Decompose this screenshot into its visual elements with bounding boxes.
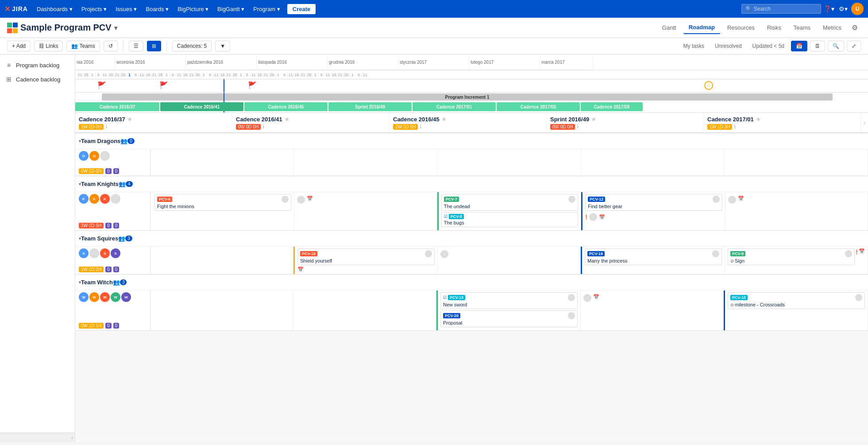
nav-program[interactable]: Program ▾ (250, 4, 283, 14)
col-header-0-star[interactable]: ★ (127, 116, 133, 123)
sidebar-item-cadence-backlog[interactable]: ⊞ Cadence backlog (0, 72, 75, 86)
col-header-1-star[interactable]: ★ (284, 116, 290, 123)
sidebar-item-program-backlog[interactable]: ≡ Program backlog (0, 58, 75, 72)
cadences-button[interactable]: Cadences: 5 (172, 41, 212, 51)
user-avatar[interactable]: U (851, 3, 864, 15)
nav-boards[interactable]: Boards ▾ (142, 4, 172, 14)
task-card-pcv12[interactable]: PCV-12 Find better gear (585, 194, 722, 211)
tab-gantt[interactable]: Gantt (657, 22, 682, 34)
task-name-pcv13: New sword (443, 302, 575, 307)
task-card-pcv13[interactable]: ☑ PCV-13 New sword (440, 292, 578, 309)
col-header-3-star[interactable]: ★ (591, 116, 597, 123)
month-mar2017: marca 2017 (540, 54, 593, 70)
month-sep2016b: września 2016 (115, 54, 186, 70)
task-card[interactable]: PCV-6 Fight the minions (154, 194, 291, 211)
task-card-pcv10[interactable]: PCV-10 ⊘ milestone - Crossroads (728, 292, 865, 309)
nav-issues[interactable]: Issues ▾ (112, 4, 140, 14)
program-title-area: Sample Program PCV ▾ (7, 23, 117, 33)
refresh-button[interactable]: ↺ (104, 41, 118, 51)
milestone-circle-1[interactable]: ○ (704, 81, 713, 90)
create-button[interactable]: Create (287, 4, 316, 14)
teams-button[interactable]: 👥 Teams (66, 41, 100, 51)
sidebar-item-program-backlog-label: Program backlog (16, 62, 59, 69)
team-header-knights[interactable]: ▾ Team Knights 👥 4 (75, 176, 868, 192)
help-button[interactable]: ❓▾ (823, 3, 835, 15)
col-header-3-info[interactable]: ℹ (577, 124, 579, 130)
team-header-dragons[interactable]: ▾ Team Dragons 👥 0 (75, 133, 868, 149)
task-name-pcv20: Proposal (443, 320, 575, 325)
search-input[interactable] (754, 6, 816, 12)
program-increment-bar[interactable]: Program Increment 1 (102, 93, 833, 101)
milestone-flag-2[interactable]: 🚩 (159, 81, 168, 89)
col-header-2-meta: 2W 0D 5H ℹ (393, 124, 543, 130)
cadence-bar-1[interactable]: Cadence 2016/41 (160, 102, 243, 111)
tab-resources[interactable]: Resources (722, 22, 760, 34)
nav-biggantt[interactable]: BigGantt ▾ (214, 4, 248, 14)
add-button[interactable]: + Add (7, 41, 31, 51)
task-avatar (855, 294, 862, 301)
tab-risks[interactable]: Risks (762, 22, 787, 34)
col-header-2-info[interactable]: ℹ (420, 124, 422, 130)
milestone-flag-3[interactable]: 🚩 (248, 81, 257, 89)
team-dragons-col-2 (437, 149, 581, 176)
calendar-alt-button[interactable]: 🗓 (810, 41, 825, 51)
cadence-bar-6[interactable]: Cadence 2017/09 (581, 102, 643, 111)
team-witch-col-2: ☑ PCV-13 New sword PCV-20 (436, 290, 581, 330)
grid-view-button[interactable]: ⊞ (147, 41, 161, 51)
filter-button[interactable]: ▼ (215, 41, 230, 51)
team-squires-people-icon: 👥 (118, 235, 125, 242)
calendar-view-button[interactable]: 📅 (791, 41, 807, 51)
team-dragons-row: D D 0W 0D 0H 0 0 (75, 149, 868, 176)
col-header-4-star[interactable]: ★ (756, 116, 761, 123)
month-dec2016: grudnia 2016 (328, 54, 398, 70)
task-avatar (568, 312, 575, 319)
task-card-pcv8[interactable]: ☑ PCV-8 The bugs (441, 212, 578, 227)
team-squires-count: 3 (125, 236, 132, 241)
cadence-bar-3[interactable]: Sprint 2016/49 (328, 102, 412, 111)
task-avatar (425, 250, 432, 257)
settings-button[interactable]: ⚙▾ (837, 3, 849, 15)
cadence-bar-5[interactable]: Cadence 2017/05 (497, 102, 580, 111)
updated-button[interactable]: Updated < 5d (748, 41, 788, 51)
nav-bigpicture[interactable]: BigPicture ▾ (174, 4, 212, 14)
tab-roadmap[interactable]: Roadmap (683, 21, 720, 34)
cadence-bar-2[interactable]: Cadence 2016/45 (244, 102, 328, 111)
my-tasks-button[interactable]: My tasks (679, 41, 708, 51)
search-timeline-button[interactable]: 🔍 (828, 41, 844, 51)
search-box[interactable]: 🔍 (741, 4, 821, 14)
tab-teams[interactable]: Teams (788, 22, 816, 34)
toolbar-separator-1 (123, 41, 123, 51)
team-witch-name: Team Witch (81, 279, 113, 286)
task-id-pcv16: PCV-16 (300, 251, 317, 256)
expand-button[interactable]: ⤢ (847, 41, 861, 51)
task-card-pcv20[interactable]: PCV-20 Proposal (440, 310, 578, 327)
links-button[interactable]: ⛓ Links (34, 41, 63, 51)
task-card-pcv9[interactable]: PCV-9 ⊘ Sign (728, 248, 855, 265)
tab-metrics[interactable]: Metrics (818, 22, 847, 34)
milestone-flag-1[interactable]: 🚩 (97, 81, 106, 89)
team-header-squires[interactable]: ▾ Team Squires 👥 3 (75, 231, 868, 247)
task-placeholder-1: 📅 (297, 194, 434, 205)
task-avatar (568, 196, 575, 203)
avatar: S (79, 248, 89, 258)
sidebar-collapse-button[interactable]: ‹ (0, 433, 75, 442)
page-settings-button[interactable]: ⚙ (849, 22, 861, 34)
col-header-0-info[interactable]: ℹ (105, 124, 108, 130)
cadence-bar-0[interactable]: Cadence 2016/37 (75, 102, 159, 111)
task-card-pcv16[interactable]: PCV-16 Shield yourself (297, 248, 435, 265)
timeline-expand-button[interactable]: › (861, 113, 868, 132)
program-dropdown-icon[interactable]: ▾ (114, 24, 117, 31)
logo[interactable]: ✕ JIRA (4, 5, 28, 13)
col-header-4-info[interactable]: ℹ (734, 124, 736, 130)
col-header-1-info[interactable]: ℹ (262, 124, 265, 130)
cadence-bar-4[interactable]: Cadence 2017/01 (413, 102, 496, 111)
list-view-button[interactable]: ☰ (129, 41, 143, 51)
task-card-pcv19[interactable]: PCV-19 Marry the princess (585, 248, 722, 265)
team-header-witch[interactable]: ▾ Team Witch 👥 3 (75, 275, 868, 290)
unresolved-button[interactable]: Unresolved (711, 41, 746, 51)
day-header-row: 21 26 1 6 11 16 21 26 1 6 11 16 21 26 1 … (75, 70, 868, 79)
col-header-2-star[interactable]: ★ (441, 116, 447, 123)
nav-projects[interactable]: Projects ▾ (78, 4, 111, 14)
nav-dashboards[interactable]: Dashboards ▾ (33, 4, 76, 14)
task-card-pcv7[interactable]: PCV-7 The undead (441, 194, 578, 211)
